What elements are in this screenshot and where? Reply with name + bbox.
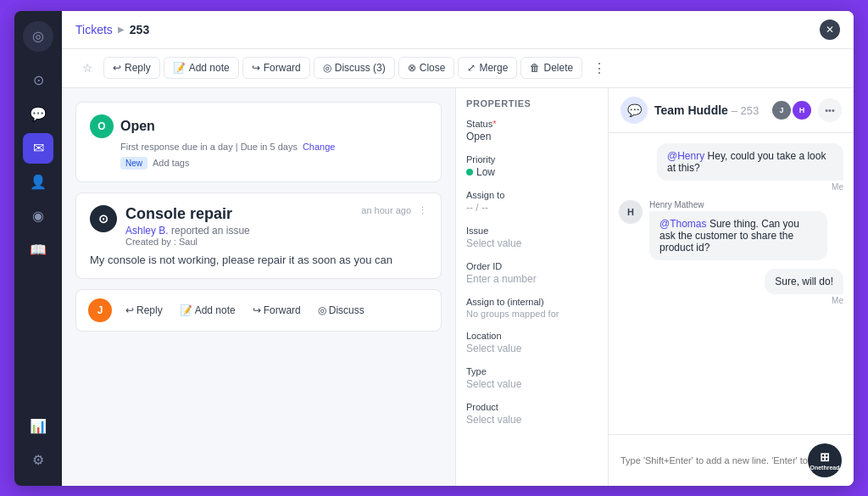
status-meta: First response due in a day | Due in 5 d… [120,142,427,152]
issue-created: Created by : Saul [125,237,353,247]
location-value[interactable]: Select value [466,343,598,354]
discuss-icon: ◎ [323,62,331,74]
issue-body: My console is not working, please repair… [90,254,427,266]
chat-avatar: 💬 [620,97,648,124]
chat-message-1: @Henry Hey, could you take a look at thi… [619,143,843,192]
more-options-button[interactable]: ⋮ [586,56,613,81]
type-value[interactable]: Select value [466,378,598,390]
chat-bubble-2: @Thomas Sure thing. Can you ask the cust… [649,211,827,260]
chat-member1-avatar: J [772,101,791,120]
discuss-button[interactable]: ◎ Discuss (3) [314,57,395,79]
sidebar-item-tickets[interactable]: ✉ [23,133,53,164]
close-icon: ✕ [826,24,834,36]
change-link[interactable]: Change [303,142,336,152]
ticket-body: O Open First response due in a day | Due… [62,88,854,486]
chat-bubble-1: @Henry Hey, could you take a look at thi… [657,143,843,181]
assign-internal-value[interactable]: No groups mapped for [466,309,598,319]
prop-status: Status* Open [466,119,598,142]
groups-icon: ◉ [32,208,44,224]
breadcrumb: Tickets ▶ 253 [75,23,149,36]
close-ticket-button[interactable]: ⊗ Close [398,57,455,79]
forward-small-btn[interactable]: ↪ Forward [246,301,308,320]
status-value: Open [466,131,598,142]
reply-area: J ↩ Reply 📝 Add note ↪ Forwa [75,289,442,332]
discuss-small-btn[interactable]: ◎ Discuss [311,301,371,320]
chat-input[interactable] [620,455,808,465]
chat-group-icon: 💬 [627,103,642,117]
chat-member2-avatar: H [793,101,811,120]
add-note-button[interactable]: 📝 Add note [164,57,239,79]
properties-title: PROPERTIES [466,98,598,109]
assign-label: Assign to [466,190,598,200]
assign-value[interactable]: -- / -- [466,202,598,214]
tickets-icon: ✉ [33,140,44,156]
sender-name-2: Henry Mathew [649,200,843,209]
chat-header-avatars: J H [772,101,811,120]
star-button[interactable]: ☆ [75,57,100,79]
order-id-value[interactable]: Enter a number [466,273,598,285]
note-icon: 📝 [173,62,186,74]
status-title: Open [120,119,155,134]
sidebar-item-settings[interactable]: ⚙ [23,445,53,476]
chat-bubble-3: Sure, will do! [765,269,843,294]
priority-label: Priority [466,154,598,164]
issue-more-button[interactable]: ⋮ [418,205,427,216]
delete-button[interactable]: 🗑 Delete [520,57,582,79]
contacts-icon: 👤 [30,174,47,190]
merge-button[interactable]: ⤢ Merge [458,57,517,79]
add-note-small-btn[interactable]: 📝 Add note [173,301,242,320]
chat-more-icon: ••• [825,105,835,115]
sidebar-item-chat[interactable]: 💬 [23,99,53,130]
close-button[interactable]: ✕ [820,20,840,40]
forward-button[interactable]: ↪ Forward [242,57,310,79]
status-card: O Open First response due in a day | Due… [75,102,442,182]
reply-small-icon: ↩ [125,304,134,316]
tag-new: New [120,157,147,170]
discuss-small-icon: ◎ [318,304,326,316]
sidebar-item-book[interactable]: 📖 [23,235,53,265]
sender-avatar-2: H [619,200,643,224]
sidebar-item-groups[interactable]: ◉ [23,201,53,231]
issue-card: ⊙ Console repair Ashley B. reported an i… [75,192,442,279]
more-icon: ⋮ [593,61,606,75]
merge-icon: ⤢ [467,62,476,74]
chat-message-2: H Henry Mathew @Thomas Sure thing. Can y… [619,200,843,260]
breadcrumb-tickets[interactable]: Tickets [75,23,113,36]
chat-meta-1: Me [832,182,843,192]
chat-title: Team Huddle – 253 [654,103,765,117]
issue-value[interactable]: Select value [466,237,598,249]
chat-messages: @Henry Hey, could you take a look at thi… [609,133,854,434]
prop-assign-internal: Assign to (internal) No groups mapped fo… [466,297,598,319]
issue-timestamp: an hour ago ⋮ [361,205,427,216]
product-value[interactable]: Select value [466,414,598,426]
assign-internal-label: Assign to (internal) [466,297,598,307]
prop-location: Location Select value [466,331,598,354]
issue-avatar: ⊙ [90,205,117,232]
reply-button[interactable]: ↩ Reply [103,57,160,79]
sidebar-item-home[interactable]: ⊙ [23,65,53,96]
prop-type: Type Select value [466,366,598,390]
sidebar-item-reports[interactable]: 📊 [23,411,53,442]
priority-indicator: Low [466,166,598,178]
chat-input-area: ⊞ Onethread [609,434,854,486]
home-icon: ⊙ [33,72,44,88]
chat-header: 💬 Team Huddle – 253 J H [609,88,854,133]
sidebar-logo: ◎ [23,21,53,52]
close-ticket-icon: ⊗ [408,62,416,74]
priority-dot [466,169,473,176]
properties-panel: PROPERTIES Status* Open Priority Low Ass… [455,88,608,486]
prop-issue: Issue Select value [466,226,598,249]
chat-more-button[interactable]: ••• [818,98,842,122]
add-tags-button[interactable]: Add tags [153,158,189,168]
reply-btn[interactable]: ↩ Reply [119,301,170,320]
sidebar-item-contacts[interactable]: 👤 [23,167,53,198]
prop-order-id: Order ID Enter a number [466,261,598,285]
note-small-icon: 📝 [180,304,192,316]
status-label: Status* [466,119,598,129]
prop-priority: Priority Low [466,154,598,178]
chat-meta-3: Me [832,296,843,305]
sidebar: ◎ ⊙ 💬 ✉ 👤 ◉ 📖 📊 ⚙ [14,11,62,486]
chat-icon: 💬 [30,106,47,122]
reply-toolbar: ↩ Reply 📝 Add note ↪ Forward ◎ [119,301,371,320]
order-id-label: Order ID [466,261,598,271]
